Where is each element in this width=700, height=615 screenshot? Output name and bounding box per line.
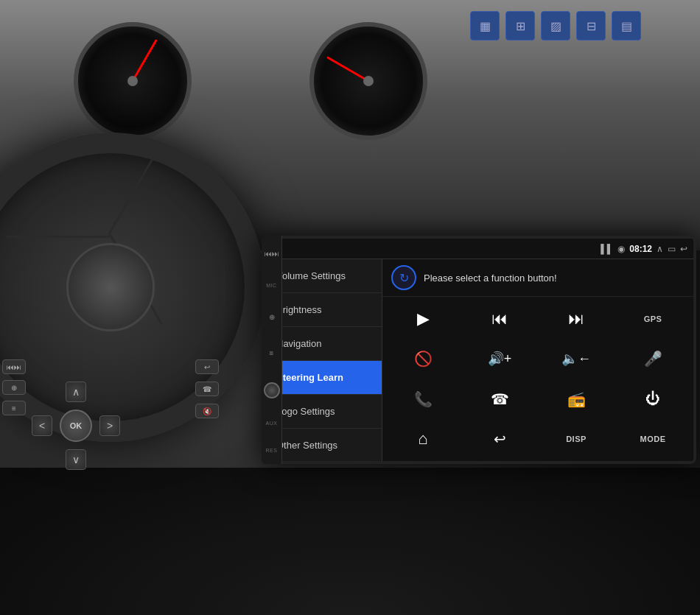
steering-left-buttons: ⏮⏭ ⊕ ≡	[2, 359, 26, 415]
leather-bottom	[0, 468, 700, 615]
gauge-cluster	[74, 22, 427, 140]
window-icon[interactable]: ▭	[668, 244, 676, 254]
aux-label: AUX	[266, 421, 278, 426]
gps-button[interactable]: GPS	[615, 300, 690, 338]
side-control-strip: ⏮⏭ MIC ⊕ ≡ AUX RES	[262, 236, 282, 464]
dash-tile-2: ⊞	[505, 11, 535, 41]
call-button[interactable]: 📞	[385, 380, 461, 418]
sw-btn-mute[interactable]: 🔇	[195, 404, 219, 418]
main-content: Volume Settings Brightness Navigation St…	[265, 259, 693, 461]
prompt-bar: ↻ Please select a function button!	[382, 259, 693, 297]
play-button[interactable]: ▶	[385, 300, 461, 338]
side-btn-1[interactable]: ⏮⏭	[262, 247, 282, 261]
vol-down-button[interactable]: 🔈←	[539, 340, 614, 378]
prompt-text: Please select a function button!	[424, 273, 557, 284]
dpad-down-button[interactable]: ∨	[66, 449, 86, 470]
side-btn-2[interactable]: ⊕	[266, 310, 278, 324]
phone-button[interactable]: ☎	[462, 380, 537, 418]
settings-menu: Volume Settings Brightness Navigation St…	[265, 259, 382, 461]
refresh-button[interactable]: ↻	[391, 265, 416, 290]
gauge-center-1	[127, 76, 138, 86]
sw-btn-2[interactable]: ⊕	[2, 380, 26, 395]
sw-btn-phone[interactable]: ☎	[195, 382, 219, 396]
head-unit-screen: ⌂ ▌▌ ◉ 08:12 ∧ ▭ ↩ Volume Settings Brigh…	[262, 236, 696, 464]
clock: 08:12	[629, 244, 652, 254]
mode-button[interactable]: MODE	[615, 420, 690, 458]
mic-button[interactable]: 🎤	[615, 340, 690, 378]
disp-button[interactable]: DISP	[539, 420, 614, 458]
radio-button[interactable]: 📻	[539, 380, 614, 418]
dash-tile-3: ▨	[541, 11, 570, 41]
sw-btn-3[interactable]: ≡	[2, 401, 26, 415]
mic-label: MIC	[266, 283, 276, 288]
dpad-up-button[interactable]: ∧	[66, 382, 86, 402]
home-nav-button[interactable]: ⌂	[385, 420, 461, 458]
volume-knob[interactable]	[264, 382, 280, 398]
dpad-left-button[interactable]: <	[32, 415, 52, 436]
speed-needle	[326, 56, 369, 82]
sw-btn-back[interactable]: ↩	[195, 359, 219, 374]
function-button-grid: ▶ ⏮ ⏭ GPS 🚫 🔊+ 🔈←	[382, 297, 693, 461]
sw-btn-1[interactable]: ⏮⏭	[2, 359, 26, 374]
signal-icon: ▌▌	[601, 244, 613, 254]
steering-dpad: ∧ ∨ < > OK	[32, 382, 120, 470]
ok-button[interactable]: OK	[60, 410, 92, 442]
chevron-up-icon[interactable]: ∧	[657, 244, 663, 254]
wifi-icon: ◉	[617, 244, 625, 254]
dash-tile-1: ▦	[470, 11, 500, 41]
dash-tile-5: ▤	[612, 11, 641, 41]
rpm-needle	[132, 39, 158, 82]
side-btn-3[interactable]: ≡	[267, 346, 277, 360]
mute-button[interactable]: 🚫	[385, 340, 461, 378]
spoke-bottom	[7, 236, 110, 238]
function-panel: ↻ Please select a function button! ▶ ⏮ ⏭…	[382, 259, 693, 461]
back-icon[interactable]: ↩	[680, 244, 687, 254]
next-button[interactable]: ⏭	[539, 300, 614, 338]
dash-info-tiles: ▦ ⊞ ▨ ⊟ ▤	[470, 11, 641, 41]
vol-up-button[interactable]: 🔊+	[462, 340, 537, 378]
prev-button[interactable]: ⏮	[462, 300, 537, 338]
gauge-center-2	[363, 76, 374, 86]
steering-right-buttons: ↩ ☎ 🔇	[195, 359, 219, 418]
status-bar-right: ▌▌ ◉ 08:12 ∧ ▭ ↩	[601, 244, 687, 254]
power-button[interactable]: ⏻	[615, 380, 690, 418]
spoke-left	[108, 145, 161, 236]
res-label: RES	[266, 448, 278, 453]
dash-tile-4: ⊟	[576, 11, 606, 41]
back-nav-button[interactable]: ↩	[462, 420, 537, 458]
dpad-right-button[interactable]: >	[99, 415, 120, 436]
rpm-gauge	[74, 22, 192, 140]
speed-gauge	[309, 22, 427, 140]
status-bar: ⌂ ▌▌ ◉ 08:12 ∧ ▭ ↩	[265, 239, 693, 259]
steering-hub	[66, 243, 155, 331]
